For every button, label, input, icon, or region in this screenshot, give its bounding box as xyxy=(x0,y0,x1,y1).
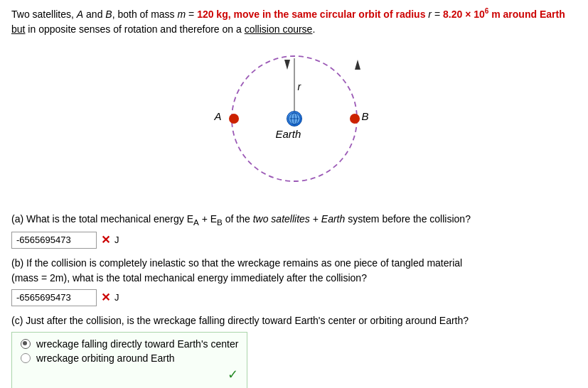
earth-label: Earth xyxy=(276,128,301,140)
option-2-label: wreckage orbiting around Earth xyxy=(36,352,175,364)
clear-b-icon[interactable]: ✕ xyxy=(101,291,110,304)
satellite-b xyxy=(350,114,360,124)
both-text: , both of mass xyxy=(112,9,178,20)
part-a-section: (a) What is the total mechanical energy … xyxy=(11,212,577,249)
part-a-input-row: ✕ J xyxy=(11,232,577,249)
part-b-label: (b) If the collision is completely inela… xyxy=(11,256,577,286)
radius-value: 8.20 xyxy=(443,9,462,20)
m-label: m xyxy=(177,9,186,20)
sub-b: B xyxy=(217,217,223,226)
diagram-container: A B Earth r xyxy=(11,44,577,200)
svg-marker-2 xyxy=(284,60,290,70)
part-b-input-row: ✕ J xyxy=(11,289,577,306)
intro-text: Two satellites, xyxy=(11,9,77,20)
part-c-section: (c) Just after the collision, is the wre… xyxy=(11,313,577,388)
answer-a-input[interactable] xyxy=(11,232,97,249)
label-b: B xyxy=(362,110,369,122)
part-a-label: (a) What is the total mechanical energy … xyxy=(11,212,577,228)
clear-a-icon[interactable]: ✕ xyxy=(101,233,110,247)
sat-a-label-intro: A xyxy=(77,9,83,20)
radio-group: wreckage falling directly toward Earth's… xyxy=(11,332,247,388)
problem-intro: Two satellites, A and B, both of mass m … xyxy=(11,6,577,37)
mass-value: 120 xyxy=(197,9,213,20)
radio-option-1[interactable]: wreckage falling directly toward Earth's… xyxy=(21,338,238,350)
line2-text: but in opposite senses of rotation and t… xyxy=(11,23,315,35)
collision-course-underline: collision course xyxy=(245,23,313,35)
two-satellites-label: two satellites xyxy=(253,213,310,225)
radius-unit: m around Earth xyxy=(488,9,565,20)
part-b-section: (b) If the collision is completely inela… xyxy=(11,256,577,306)
unit-b-label: J xyxy=(114,292,119,303)
radius-label: r xyxy=(298,81,301,92)
satellite-a xyxy=(229,114,239,124)
label-a: A xyxy=(215,110,222,122)
unit-a-label: J xyxy=(114,235,119,245)
earth-italic-a: Earth xyxy=(321,213,345,225)
mass-unit: kg, move in the same circular orbit of r… xyxy=(213,9,428,20)
times-text: × 10 xyxy=(462,9,485,20)
sub-a: A xyxy=(193,217,199,226)
radio-btn-1[interactable] xyxy=(21,339,31,349)
svg-marker-3 xyxy=(355,60,360,70)
but-underline: but xyxy=(11,23,25,35)
option-1-label: wreckage falling directly toward Earth's… xyxy=(36,338,238,350)
radio-btn-2[interactable] xyxy=(21,353,31,363)
sat-b-label-intro: B xyxy=(105,9,112,20)
and-text: and xyxy=(83,9,105,20)
checkmark-row: ✓ xyxy=(21,367,238,382)
answer-b-input[interactable] xyxy=(11,289,97,306)
part-c-label: (c) Just after the collision, is the wre… xyxy=(11,313,577,328)
orbit-diagram: A B Earth r xyxy=(202,44,387,200)
equals2-text: = xyxy=(432,9,443,20)
check-icon: ✓ xyxy=(21,367,238,382)
radio-option-2[interactable]: wreckage orbiting around Earth xyxy=(21,352,238,364)
earth-symbol xyxy=(287,111,302,126)
equals-text: = xyxy=(186,9,197,20)
